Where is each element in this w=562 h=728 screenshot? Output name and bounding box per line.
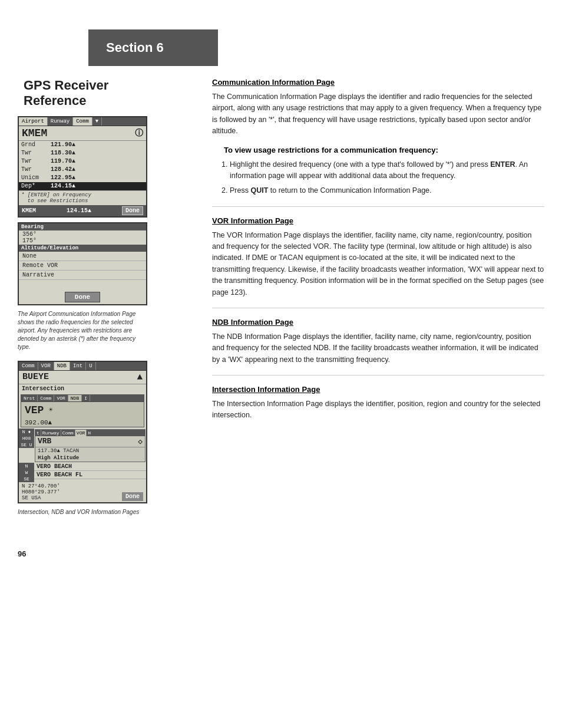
altitude-label: Altitude/Elevation [19,245,146,252]
s2-vero-n: N [19,463,34,469]
s2-arrow: ▲ [137,372,143,383]
bearing-done-btn[interactable]: Done [65,292,100,302]
s2-vrb-tab-comm[interactable]: Comm [61,430,75,436]
inner-tab-ndb[interactable]: NDB [68,395,82,401]
section-divider-3 [212,375,544,375]
screen1-row-grnd: Grnd 121.90▲ [19,141,146,149]
screen1-row-twr3: Twr 128.42▲ [19,166,146,174]
section-header: Section 6 [88,29,218,66]
gps-title: GPS Receiver Reference [24,78,200,109]
section-divider-1 [212,206,544,207]
inner-tab-vor[interactable]: VOR [54,395,68,401]
screen1-bearing-device: Bearing 356°175° Altitude/Elevation None… [18,222,147,305]
screen1-row-twr2: Twr 119.70▲ [19,157,146,166]
comm-section-heading: Communication Information Page [212,78,544,87]
screen1-row-twr1: Twr 118.30▲ [19,149,146,157]
inner-freq: 392.00▲ [21,419,144,427]
intersection-section-heading: Intersection Information Page [212,385,544,394]
s2-vrb-type: High Altitude [35,454,145,462]
section-divider-2 [212,308,544,308]
s2-left-se: SE U [19,442,34,448]
screen1-row-dep[interactable]: Dep* 124.15▲ [19,182,146,190]
screen1-row-unicm: Unicm 122.95▲ [19,174,146,182]
screen1-device: Airport Runway Comm ▼ KMEM ⓘ Grnd 121.90… [18,116,147,218]
remote-vor: Remote VOR [19,261,146,270]
s2-left-h08: H08 [19,435,34,442]
vor-section-heading: VOR Information Page [212,216,544,225]
narrative: Narrative [19,270,146,279]
s2-sub-area: N ♦ H08 SE U t Runway Comm VOR H [19,429,146,463]
caption2: Intersection, NDB and VOR Information Pa… [18,508,147,516]
bearing-values: 356°175° [19,230,146,245]
narrative-value [19,279,146,290]
ndb-section-body: The NDB Information Page displays the id… [212,331,544,365]
inner-wx-icon: ☀ [48,403,52,417]
s2-vrb-tab-vor[interactable]: VOR [75,430,87,436]
comm-steps-list: Highlight the desired frequency (one wit… [230,159,544,197]
comm-step-1: Highlight the desired frequency (one wit… [230,159,544,182]
inner-screen: Nrst Comm VOR NDB I VEP ☀ 392.00▲ [21,394,144,427]
intersection-section-body: The Intersection Information Page displa… [212,398,544,421]
inner-tabs: Nrst Comm VOR NDB I [21,395,144,402]
altitude-value: None [19,252,146,261]
s2-vrb-identifier: VRB ◇ [35,436,145,447]
caption1: The Airport Communication Information Pa… [18,310,147,351]
s2-vero-se: SE [19,476,34,482]
s2-tab-int[interactable]: Int [70,362,86,370]
s2-tab-u[interactable]: U [86,362,95,370]
inner-tab-comm[interactable]: Comm [38,395,54,401]
screen1-bottom-bar: KMEM 124.15▲ Done [19,205,146,216]
s2-vrb-tab-runway[interactable]: Runway [41,430,61,436]
comm-step-2: Press QUIT to return to the Communicatio… [230,185,544,196]
comm-sub-heading: To view usage restrictions for a communi… [224,146,544,154]
inner-tab-i[interactable]: I [82,395,90,401]
page-number: 96 [0,543,562,564]
screen2-top-tabs: Comm VOR NDB Int U [19,362,146,371]
bearing-label: Bearing [19,223,146,230]
s2-coords-row: N 27°40.700' H080°29.377' SE USA Done [19,482,146,502]
s2-intersection-label: Intersection [19,384,146,393]
left-column: GPS Receiver Reference Airport Runway Co… [18,72,200,526]
ndb-section-heading: NDB Information Page [212,318,544,327]
screen1-done-btn[interactable]: Done [122,206,143,215]
screen2-identifier: BUEYE ▲ [19,371,146,384]
s2-vrb-tab-h[interactable]: H [87,430,92,436]
s2-vero-w: W [19,469,34,476]
screen1-identifier: KMEM [22,127,47,139]
screen1-tab-airport[interactable]: Airport [19,117,48,126]
screen1-tabs: Airport Runway Comm ▼ [19,117,146,126]
screen1-note: * [ENTER] on Frequency to see Restrictio… [19,190,146,205]
s2-done-btn[interactable]: Done [122,492,143,501]
s2-vrb-tab-t[interactable]: t [35,430,41,436]
vor-section-body: The VOR Information Page displays the id… [212,230,544,298]
section-label: Section 6 [106,40,164,55]
inner-content: VEP ☀ [21,402,144,419]
s2-tab-ndb[interactable]: NDB [54,362,70,370]
s2-vero-names: VERO BEACH VERO BEACH FL [34,463,146,482]
inner-tab-nrst[interactable]: Nrst [21,395,38,401]
s2-tab-vor[interactable]: VOR [38,362,54,370]
right-column: Communication Information Page The Commu… [212,72,544,526]
s2-left-n: N ♦ [19,429,34,435]
s2-vrb-tabs: t Runway Comm VOR H [35,430,145,436]
s2-tab-comm[interactable]: Comm [19,362,38,370]
screen1-info-icon: ⓘ [135,128,143,139]
comm-section-body: The Communication Information Page displ… [212,91,544,137]
s2-vrb-freq: 117.30▲ TACAN [35,447,145,454]
screen1-tab-comm[interactable]: Comm [73,117,92,126]
s2-vero-area: N W SE VERO BEACH VERO BEACH FL [19,463,146,482]
screen1-tab-runway[interactable]: Runway [48,117,73,126]
screen1-identifier-row: KMEM ⓘ [19,126,146,141]
s2-vrb-screen: t Runway Comm VOR H VRB ◇ 117.30▲ TACAN … [35,429,146,462]
inner-identifier: VEP [22,403,46,417]
screen1-tab-more[interactable]: ▼ [92,117,102,126]
screen2-device: Comm VOR NDB Int U BUEYE ▲ Intersection … [18,361,147,503]
